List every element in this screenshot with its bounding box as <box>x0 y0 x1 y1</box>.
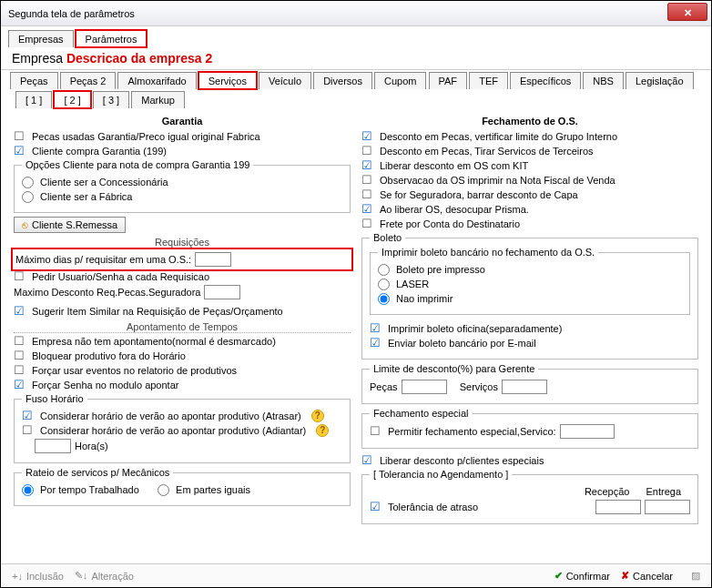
max-desc-label: Maximo Desconto Req.Pecas.Seguradora <box>14 286 200 299</box>
tol-rec-input[interactable] <box>595 500 641 514</box>
limite-fieldset: Limite de desconto(%) para Gerente Peças… <box>361 363 698 404</box>
chk-f2[interactable] <box>361 145 376 157</box>
boleto-sub-legend: Imprimir boleto bancário no fechamento d… <box>378 247 598 258</box>
radio-fabrica[interactable] <box>22 191 34 203</box>
max-dias-label: Máximo dias p/ requisitar em uma O.S.: <box>15 253 191 266</box>
help-icon[interactable]: ? <box>316 424 329 437</box>
btn-inclusao[interactable]: +↓Inclusão <box>12 571 64 582</box>
tol-legend: [ Tolerancia no Agendamento ] <box>370 469 512 480</box>
tabs-top: Empresas Parâmetros <box>1 26 711 47</box>
chk-f3[interactable] <box>361 159 376 172</box>
radio-tempo[interactable] <box>22 484 34 496</box>
tab-parametros[interactable]: Parâmetros <box>76 30 147 47</box>
subtab-3[interactable]: [ 3 ] <box>93 91 129 108</box>
limite-legend: Limite de desconto(%) para Gerente <box>370 363 538 374</box>
tab-tef[interactable]: TEF <box>469 72 508 89</box>
tabs-sub: [ 1 ] [ 2 ] [ 3 ] Markup <box>1 89 711 108</box>
btn-cancelar[interactable]: ✘Cancelar <box>621 570 673 582</box>
x-icon: ✘ <box>621 570 629 582</box>
tab-pecas[interactable]: Peças <box>10 72 58 89</box>
garantia-title: Garantia <box>14 116 351 127</box>
tab-pecas2[interactable]: Peças 2 <box>60 72 117 89</box>
tab-legis[interactable]: Legislação <box>626 72 694 89</box>
help-icon[interactable]: ? <box>311 410 324 422</box>
tab-cupom[interactable]: Cupom <box>374 72 426 89</box>
footer: +↓Inclusão ✎↓Alteração ✔Confirmar ✘Cance… <box>1 563 711 587</box>
rateio-fieldset: Rateio de servicos p/ Mecânicos Por temp… <box>14 467 351 506</box>
chk-apont3[interactable] <box>14 364 28 377</box>
chk-apont2[interactable] <box>14 350 28 362</box>
chk-liberar-desc[interactable] <box>361 454 376 467</box>
btn-confirmar[interactable]: ✔Confirmar <box>554 570 610 582</box>
titlebar: Segunda tela de parâmetros ✕ <box>1 1 711 26</box>
chk-boleto-sep[interactable] <box>370 322 384 335</box>
chk-apont4[interactable] <box>14 379 28 391</box>
chk-fuso-atrasar[interactable] <box>22 410 36 422</box>
tab-paf[interactable]: PAF <box>429 72 468 89</box>
tol-ent-input[interactable] <box>645 500 690 514</box>
fuso-fieldset: Fuso Horário Considerar horário de verão… <box>14 393 351 463</box>
btn-alteracao[interactable]: ✎↓Alteração <box>75 570 134 582</box>
check-icon: ✔ <box>554 570 563 582</box>
boleto-legend: Boleto <box>370 232 405 243</box>
btn-cliente-sremessa[interactable]: ⎋Cliente S.Remessa <box>14 217 126 233</box>
fechesp-input[interactable] <box>560 424 615 439</box>
close-button[interactable]: ✕ <box>667 3 707 21</box>
tab-nbs[interactable]: NBS <box>583 72 624 89</box>
tol-rec-label: Recepção <box>585 485 630 498</box>
fechesp-fieldset: Fechamento especial Permitir fechamento … <box>361 408 698 449</box>
radio-nao-imprimir[interactable] <box>378 293 390 305</box>
max-dias-row: Máximo dias p/ requisitar em uma O.S.: <box>14 250 351 269</box>
radio-partes[interactable] <box>158 484 169 496</box>
opcoes-legend: Opções Cliente para nota de compra Garan… <box>22 159 253 170</box>
tab-veiculo[interactable]: Veículo <box>259 72 311 89</box>
tab-almox[interactable]: Almoxarifado <box>117 72 196 89</box>
fech-title: Fechamento de O.S. <box>361 116 698 127</box>
radio-concessionaria[interactable] <box>22 177 34 188</box>
window-title: Segunda tela de parâmetros <box>8 8 135 19</box>
chk-apont1[interactable] <box>14 335 28 348</box>
company-row: Empresa Descricao da empresa 2 <box>1 47 711 69</box>
horas-input[interactable] <box>35 439 71 453</box>
chk-fuso-adiantar[interactable] <box>22 424 36 437</box>
chk-fechesp[interactable] <box>370 425 384 438</box>
rateio-legend: Rateio de servicos p/ Mecânicos <box>22 467 173 478</box>
tab-servicos[interactable]: Serviços <box>198 72 257 89</box>
radio-preimpresso[interactable] <box>378 264 390 276</box>
company-desc: Descricao da empresa 2 <box>66 51 212 66</box>
company-label: Empresa <box>12 51 63 66</box>
max-dias-input[interactable] <box>195 252 231 267</box>
fuso-legend: Fuso Horário <box>22 393 87 404</box>
radio-laser[interactable] <box>378 279 390 290</box>
chk-tol[interactable] <box>370 501 384 513</box>
chk-f6[interactable] <box>361 203 376 216</box>
tabs-params: Peças Peças 2 Almoxarifado Serviços Veíc… <box>1 69 711 89</box>
lim-pecas-input[interactable] <box>402 380 447 394</box>
tab-espec[interactable]: Específicos <box>510 72 581 89</box>
chk-pedir-user[interactable] <box>14 270 28 283</box>
chk-f5[interactable] <box>361 188 376 201</box>
subtab-markup[interactable]: Markup <box>131 91 185 108</box>
tolerancia-fieldset: [ Tolerancia no Agendamento ] Recepção E… <box>361 469 698 524</box>
chk-sugerir[interactable] <box>14 305 28 318</box>
opcoes-cliente-fieldset: Opções Cliente para nota de compra Garan… <box>14 159 351 213</box>
chk-pecas-garantia[interactable] <box>14 130 28 143</box>
edit-icon: ✎↓ <box>75 570 88 582</box>
subtab-2[interactable]: [ 2 ] <box>54 91 90 108</box>
tab-diversos[interactable]: Diversos <box>313 72 372 89</box>
boleto-fieldset: Boleto Imprimir boleto bancário no fecha… <box>361 232 698 360</box>
requisicoes-title: Requisições <box>14 237 351 248</box>
max-desc-input[interactable] <box>204 285 240 299</box>
chk-f7[interactable] <box>361 218 376 230</box>
tol-ent-label: Entrega <box>646 485 681 498</box>
chk-cliente-compra[interactable] <box>14 145 28 157</box>
chk-boleto-email[interactable] <box>370 337 384 350</box>
lim-serv-input[interactable] <box>502 380 547 394</box>
subtab-1[interactable]: [ 1 ] <box>15 91 52 108</box>
chk-f4[interactable] <box>361 174 376 187</box>
resize-grip-icon[interactable]: ▨ <box>691 570 700 582</box>
chk-f1[interactable] <box>361 130 376 143</box>
tab-empresas[interactable]: Empresas <box>8 30 74 47</box>
apont-title: Apontamento de Tempos <box>14 321 351 333</box>
boleto-sub: Imprimir boleto bancário no fechamento d… <box>370 247 690 315</box>
